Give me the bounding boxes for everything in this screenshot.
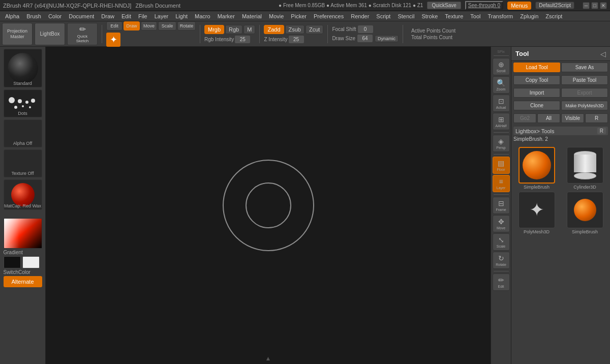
paste-tool-button[interactable]: Paste Tool <box>561 75 608 85</box>
move-button[interactable]: Move <box>141 21 157 31</box>
doc-title: ZBrush Document <box>135 3 180 9</box>
aahalf-button[interactable]: ⊞ AAHalf <box>493 113 510 130</box>
color-rect[interactable] <box>4 218 42 249</box>
menu-picker[interactable]: Picker <box>288 12 310 20</box>
maximize-button[interactable]: □ <box>591 2 598 9</box>
load-tool-button[interactable]: Load Tool <box>513 63 560 72</box>
scroll-label: Scroll <box>497 69 506 73</box>
close-button[interactable]: ✕ <box>600 2 607 9</box>
alpha-preview[interactable]: Alpha Off <box>4 119 42 147</box>
quicksave-button[interactable]: QuickSave <box>427 2 461 9</box>
svg-point-5 <box>22 105 24 107</box>
panel-close-button[interactable]: ◁ <box>600 50 606 58</box>
alternate-button[interactable]: Alternate <box>4 276 42 287</box>
projection-master-button[interactable]: Projection Master <box>2 23 33 45</box>
edit-button[interactable]: Edit <box>106 21 123 31</box>
draw-button[interactable]: Draw <box>124 21 140 31</box>
layer-button[interactable]: ≡ Layer <box>493 175 510 192</box>
menu-draw[interactable]: Draw <box>98 12 117 20</box>
rotate-button[interactable]: Rotate <box>177 21 196 31</box>
zadd-button[interactable]: Zadd <box>264 25 284 34</box>
tool-card-simplebrush[interactable]: SimpleBrush <box>513 147 560 190</box>
actual-button[interactable]: ⊡ Actual <box>493 95 510 112</box>
mini-sep-3 <box>494 194 509 195</box>
menus-button[interactable]: Menus <box>507 2 531 10</box>
make-polymesh3d-button[interactable]: Make PolyMesh3D <box>561 101 608 110</box>
menu-color[interactable]: Color <box>45 12 65 20</box>
minimize-button[interactable]: ─ <box>583 2 590 9</box>
dynamic-button[interactable]: Dynamic <box>375 35 399 42</box>
menu-document[interactable]: Document <box>66 12 97 20</box>
m-button[interactable]: M <box>243 25 255 34</box>
menu-movie[interactable]: Movie <box>266 12 287 20</box>
lightbox-r-button[interactable]: R <box>597 128 606 134</box>
scroll-button[interactable]: ⊕ Scroll <box>493 58 510 75</box>
save-as-button[interactable]: Save As <box>561 63 608 72</box>
scale-icon: ⤡ <box>498 236 504 244</box>
menu-light[interactable]: Light <box>172 12 191 20</box>
menu-render[interactable]: Render <box>348 12 372 20</box>
floor-button[interactable]: ▤ Floor <box>493 157 510 174</box>
svg-point-4 <box>14 106 17 109</box>
menu-edit[interactable]: Edit <box>118 12 134 20</box>
white-swatch[interactable] <box>22 256 40 268</box>
quicksketch-button[interactable]: ✏ Quick Sketch <box>67 23 98 45</box>
see-through-button[interactable]: See-through 0 <box>465 1 503 10</box>
export-button[interactable]: Export <box>561 88 608 98</box>
zcut-button[interactable]: Zcut <box>306 25 323 34</box>
frame-button[interactable]: ⊟ Frame <box>493 197 510 214</box>
menu-tool[interactable]: Tool <box>467 12 483 20</box>
menu-alpha[interactable]: Alpha <box>2 12 22 20</box>
scale-button[interactable]: Scale <box>158 21 176 31</box>
move-button-mini[interactable]: ✥ Move <box>493 215 510 232</box>
tool-card-polymesh3d[interactable]: ✦ PolyMesh3D <box>513 192 560 234</box>
menu-marker[interactable]: Marker <box>215 12 238 20</box>
tool-card-cylinder3d[interactable]: Cylinder3D <box>562 147 608 190</box>
zsub-button[interactable]: Zsub <box>285 25 304 34</box>
matcap-preview[interactable]: MatCap: Red Wax <box>4 179 42 210</box>
menu-stencil[interactable]: Stencil <box>394 12 417 20</box>
rgb-intensity-value[interactable]: 25 <box>235 36 250 43</box>
tool-card-simplebrush2[interactable]: SimpleBrush <box>562 192 608 234</box>
menu-macro[interactable]: Macro <box>192 12 214 20</box>
edit2-button[interactable]: ✏ Edit <box>493 274 510 291</box>
menu-zplugin[interactable]: Zplugin <box>517 12 541 20</box>
black-swatch[interactable] <box>4 256 21 268</box>
copy-tool-button[interactable]: Copy Tool <box>513 75 560 85</box>
brush-preview[interactable]: Standard <box>4 49 42 87</box>
svg-point-2 <box>25 101 28 104</box>
scale-button-mini[interactable]: ⤡ Scale <box>493 233 510 251</box>
menu-texture[interactable]: Texture <box>442 12 466 20</box>
zoom-button[interactable]: 🔍 Zoom <box>493 76 510 94</box>
texture-preview[interactable]: Texture Off <box>4 149 42 177</box>
r-button[interactable]: R <box>585 113 608 123</box>
import-button[interactable]: Import <box>513 88 560 98</box>
draw-size-value[interactable]: 64 <box>357 35 373 42</box>
menu-brush[interactable]: Brush <box>23 12 44 20</box>
menu-stroke[interactable]: Stroke <box>418 12 441 20</box>
tool-icon-simplebrush2 <box>567 192 603 228</box>
go2-button[interactable]: Go2 <box>513 113 536 123</box>
color-picker[interactable]: Gradient SwitchColor Alternate <box>4 212 42 287</box>
menu-zscript[interactable]: Zscript <box>542 12 565 20</box>
menu-file[interactable]: File <box>135 12 150 20</box>
rgb-button[interactable]: Rgb <box>225 25 242 34</box>
lightbox-button[interactable]: LightBox <box>35 23 65 45</box>
dots-preview[interactable]: Dots <box>4 89 42 117</box>
canvas-area[interactable]: ▲ <box>46 47 491 364</box>
menu-preferences[interactable]: Preferences <box>311 12 347 20</box>
all-button[interactable]: All <box>537 113 560 123</box>
menu-transform[interactable]: Transform <box>485 12 516 20</box>
lightbox-title[interactable]: Lightbox> Tools R <box>513 127 608 135</box>
persp-button[interactable]: ◈ Persp <box>493 135 510 152</box>
mrgb-button[interactable]: Mrgb <box>204 25 224 34</box>
clone-button[interactable]: Clone <box>513 101 560 110</box>
rotate-button-mini[interactable]: ↻ Rotate <box>493 252 510 269</box>
menu-layer[interactable]: Layer <box>151 12 172 20</box>
z-intensity-value[interactable]: 25 <box>289 36 304 43</box>
menu-script[interactable]: Script <box>373 12 393 20</box>
menu-material[interactable]: Material <box>239 12 265 20</box>
default2script-button[interactable]: Default2Script <box>535 2 574 9</box>
visible-button[interactable]: Visible <box>561 113 584 123</box>
focal-shift-value[interactable]: 0 <box>358 25 373 33</box>
